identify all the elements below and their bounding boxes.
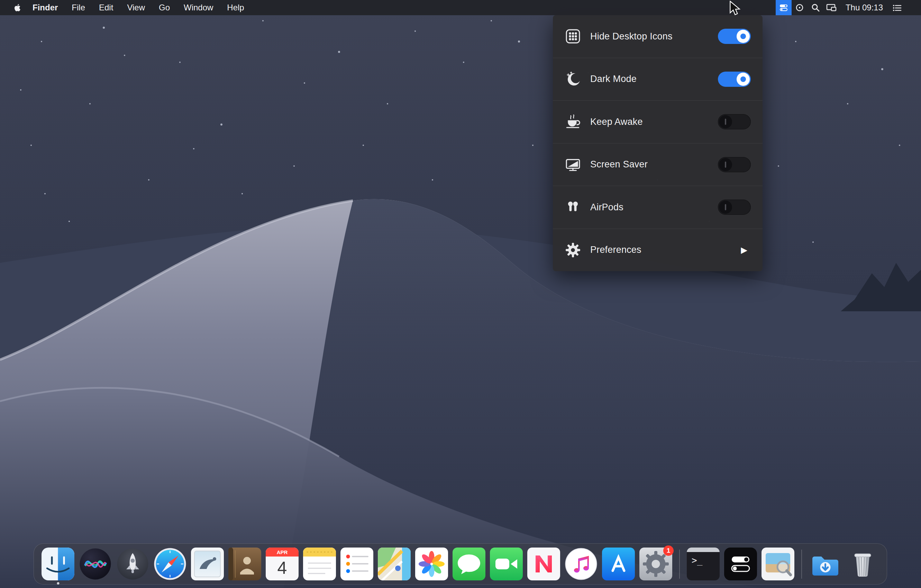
display-menu-icon[interactable] (823, 0, 840, 15)
cursor-icon (729, 1, 742, 16)
panel-label: Screen Saver (590, 159, 718, 170)
dock-safari[interactable] (154, 547, 187, 580)
toggle-knob (719, 158, 732, 171)
menu-clock[interactable]: Thu 09:13 (840, 3, 889, 13)
dock-terminal[interactable]: >_ (687, 547, 720, 580)
safari-icon (154, 547, 187, 580)
one-switch-panel: Hide Desktop Icons Dark Mode (553, 15, 763, 271)
running-indicator (57, 582, 59, 585)
dock-siri[interactable] (79, 547, 112, 580)
menu-file[interactable]: File (65, 3, 92, 13)
preview-icon (762, 547, 794, 580)
search-icon (811, 3, 820, 12)
coffee-cup-icon (565, 114, 581, 130)
dock-facetime[interactable] (490, 547, 523, 580)
dock-maps[interactable] (378, 547, 411, 580)
calendar-icon: APR 4 (266, 547, 299, 580)
toggle-knob (719, 115, 732, 128)
panel-row-dark-mode[interactable]: Dark Mode (553, 58, 763, 101)
dock-downloads-folder[interactable] (809, 547, 842, 580)
circle-menu-icon[interactable] (792, 0, 807, 15)
downloads-folder-icon (809, 547, 842, 580)
dock-one-switch[interactable] (724, 547, 757, 580)
desktop-grid-icon (565, 28, 581, 45)
dock-launchpad[interactable] (116, 547, 149, 580)
panel-label: AirPods (590, 202, 718, 213)
dock-preview[interactable] (762, 547, 794, 580)
facetime-icon (490, 547, 523, 580)
terminal-icon: >_ (687, 547, 720, 580)
panel-label: Dark Mode (590, 74, 718, 84)
dock-finder[interactable] (42, 547, 74, 580)
airpods-icon (565, 199, 581, 216)
dock-separator (801, 550, 802, 579)
menu-help[interactable]: Help (220, 3, 251, 13)
toggle-keep-awake[interactable] (718, 114, 751, 129)
mouse-cursor (729, 1, 742, 17)
ring-icon (795, 3, 804, 12)
finder-icon (42, 547, 74, 580)
screen-icon (565, 156, 581, 173)
dock-separator (679, 550, 680, 579)
toggle-knob (737, 73, 750, 86)
calendar-month: APR (277, 549, 288, 555)
news-icon (527, 547, 560, 580)
siri-icon (79, 547, 112, 580)
panel-row-hide-desktop-icons[interactable]: Hide Desktop Icons (553, 15, 763, 58)
itunes-icon (565, 547, 597, 580)
dock-appstore[interactable] (602, 547, 635, 580)
toggle-airpods[interactable] (718, 200, 751, 215)
dock-mail[interactable] (191, 547, 224, 580)
menu-go[interactable]: Go (152, 3, 177, 13)
dock-trash[interactable] (846, 547, 879, 580)
panel-label: Preferences (590, 245, 741, 255)
menu-edit[interactable]: Edit (92, 3, 120, 13)
dock: APR 4 (34, 543, 887, 585)
menu-view[interactable]: View (120, 3, 152, 13)
maps-icon (378, 547, 411, 580)
trash-icon (846, 547, 879, 580)
toggle-screen-saver[interactable] (718, 157, 751, 172)
toggle-knob (719, 201, 732, 214)
moon-icon (565, 71, 581, 88)
menu-bar: Finder File Edit View Go Window Help (0, 0, 921, 15)
dock-reminders[interactable] (340, 547, 373, 580)
spotlight-search-icon[interactable] (807, 0, 823, 15)
terminal-prompt: >_ (692, 555, 703, 566)
one-switch-menu-icon[interactable] (776, 0, 792, 15)
contacts-icon (228, 547, 261, 580)
reminders-icon (340, 547, 373, 580)
submenu-arrow-icon: ▶ (741, 245, 747, 255)
messages-icon (452, 547, 485, 580)
toggles-icon (779, 3, 789, 13)
panel-row-screen-saver[interactable]: Screen Saver (553, 143, 763, 186)
dock-notes[interactable] (303, 547, 336, 580)
toggle-hide-desktop-icons[interactable] (718, 29, 751, 44)
list-icon (892, 3, 902, 12)
dock-messages[interactable] (452, 547, 485, 580)
displays-icon (826, 3, 836, 12)
notification-list-icon[interactable] (889, 0, 905, 15)
menu-app-finder[interactable]: Finder (26, 3, 65, 13)
menu-window[interactable]: Window (177, 3, 220, 13)
photos-icon (415, 547, 448, 580)
dock-contacts[interactable] (228, 547, 261, 580)
one-switch-icon (724, 547, 757, 580)
dock-itunes[interactable] (565, 547, 597, 580)
notification-badge: 1 (663, 546, 674, 556)
panel-row-preferences[interactable]: Preferences ▶ (553, 229, 763, 271)
toggle-knob (737, 30, 750, 43)
dock-system-preferences[interactable]: 1 (639, 547, 672, 580)
gear-icon (565, 242, 581, 258)
dock-photos[interactable] (415, 547, 448, 580)
apple-icon (13, 3, 22, 12)
apple-menu[interactable] (10, 3, 26, 12)
panel-row-keep-awake[interactable]: Keep Awake (553, 100, 763, 143)
dock-news[interactable] (527, 547, 560, 580)
panel-label: Hide Desktop Icons (590, 31, 718, 42)
panel-label: Keep Awake (590, 117, 718, 127)
notes-icon (303, 547, 336, 580)
toggle-dark-mode[interactable] (718, 71, 751, 87)
panel-row-airpods[interactable]: AirPods (553, 186, 763, 229)
dock-calendar[interactable]: APR 4 (266, 547, 299, 580)
